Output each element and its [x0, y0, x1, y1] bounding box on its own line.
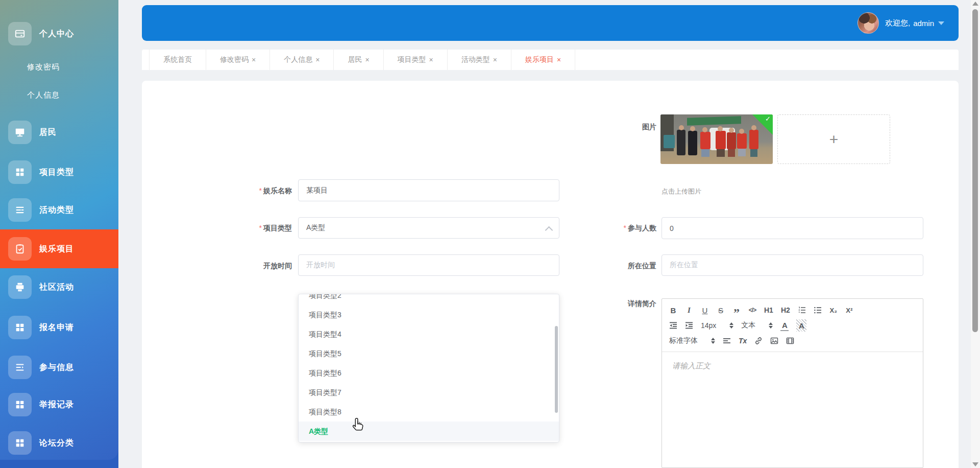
ordered-list-button[interactable] — [798, 304, 806, 316]
tab-project-type[interactable]: 项目类型× — [384, 50, 448, 70]
scroll-up-arrow-icon[interactable] — [972, 2, 978, 6]
sidebar-item-participation-info[interactable]: 参与信息 — [0, 356, 118, 379]
participants-input[interactable]: 0 — [662, 217, 923, 239]
strikethrough-button[interactable]: S — [717, 304, 725, 316]
photo-awning — [687, 116, 741, 126]
open-time-placeholder: 开放时间 — [306, 261, 335, 270]
underline-button[interactable]: U — [701, 304, 709, 316]
indent-button[interactable] — [685, 319, 693, 332]
align-button[interactable] — [723, 335, 731, 347]
text-style-select[interactable]: 文本 — [741, 321, 773, 330]
image-label: 图片 — [590, 123, 656, 132]
font-size-select[interactable]: 14px — [701, 321, 733, 330]
code-button[interactable]: </> — [748, 304, 756, 316]
subscript-button[interactable]: X₂ — [829, 304, 838, 316]
bold-button[interactable]: B — [669, 304, 677, 316]
sidebar-item-report-record[interactable]: 举报记录 — [0, 393, 118, 416]
chevron-up-icon — [545, 226, 553, 235]
user-area[interactable]: 欢迎您, admin — [857, 5, 944, 41]
tab-close-icon[interactable]: × — [315, 56, 320, 64]
sidebar-item-label: 居民 — [39, 127, 57, 138]
tab-resident[interactable]: 居民× — [334, 50, 383, 70]
uploaded-photo[interactable]: ✓ — [660, 114, 773, 164]
avatar[interactable] — [857, 12, 879, 34]
updown-arrows-icon — [729, 322, 733, 329]
grid-icon — [8, 393, 32, 416]
option-project-type-3[interactable]: 项目类型3 — [299, 305, 559, 324]
sidebar-item-registration-application[interactable]: 报名申请 — [0, 316, 118, 339]
app-window: 个人中心修改密码个人信息居民项目类型活动类型娱乐项目社区活动报名申请参与信息举报… — [0, 0, 980, 468]
tab-home[interactable]: 系统首页 — [149, 50, 206, 70]
photo-person — [688, 131, 697, 155]
h2-button[interactable]: H2 — [781, 304, 790, 316]
sidebar-item-activity-type[interactable]: 活动类型 — [0, 198, 118, 222]
tab-label: 居民 — [348, 55, 362, 64]
sidebar-item-personal-info[interactable]: 个人信息 — [0, 90, 118, 100]
outdent-button[interactable] — [669, 319, 677, 332]
toolbar-row-3: 标准字体Tx — [669, 333, 916, 348]
scroll-down-arrow-icon[interactable] — [972, 462, 978, 466]
tab-label: 活动类型 — [461, 55, 490, 64]
project-type-select[interactable]: A类型 — [298, 217, 559, 239]
option-project-type-8[interactable]: 项目类型8 — [299, 402, 559, 422]
username: admin — [913, 19, 934, 28]
sidebar-item-label: 报名申请 — [39, 322, 74, 333]
editor-placeholder: 请输入正文 — [672, 361, 710, 371]
select-label: 文本 — [741, 321, 755, 330]
font-family-select[interactable]: 标准字体 — [669, 336, 715, 345]
location-input[interactable]: 所在位置 — [662, 254, 923, 276]
option-project-type-7[interactable]: 项目类型7 — [299, 383, 559, 402]
clear-format-button[interactable]: Tx — [739, 335, 747, 347]
entertainment-name-input[interactable]: 某项目 — [298, 179, 559, 201]
highlight-button[interactable]: A — [796, 319, 806, 332]
dropdown-scrollbar[interactable] — [555, 326, 558, 413]
participants-label: *参与人数 — [590, 224, 656, 233]
sidebar-item-entertainment-project[interactable]: 娱乐项目 — [0, 229, 118, 268]
tab-close-icon[interactable]: × — [493, 56, 497, 64]
h1-button[interactable]: H1 — [764, 304, 773, 316]
photo-bin — [664, 135, 675, 148]
superscript-button[interactable]: X² — [845, 304, 853, 316]
page-scrollbar-thumb[interactable] — [972, 9, 978, 332]
upload-button[interactable]: + — [777, 114, 890, 164]
editor-content-area[interactable]: 请输入正文 — [662, 352, 923, 468]
option-a-type[interactable]: A类型 — [299, 422, 559, 441]
project-type-dropdown: 项目类型2项目类型3项目类型4项目类型5项目类型6项目类型7项目类型8A类型 — [298, 294, 559, 442]
sidebar-item-project-type[interactable]: 项目类型 — [0, 160, 118, 184]
italic-button[interactable]: I — [685, 304, 693, 316]
option-project-type-4[interactable]: 项目类型4 — [299, 324, 559, 344]
sidebar-item-resident[interactable]: 居民 — [0, 121, 118, 144]
sidebar-item-personal-center[interactable]: 个人中心 — [0, 22, 118, 45]
chevron-down-icon[interactable] — [938, 21, 944, 25]
insert-video-button[interactable] — [786, 335, 794, 347]
insert-image-button[interactable] — [770, 335, 778, 347]
blockquote-button[interactable]: ” — [732, 301, 741, 319]
toolbar-row-1: BIUS”</>H1H2X₂X² — [669, 302, 916, 318]
tab-label: 娱乐项目 — [525, 55, 554, 64]
tab-entertainment-project[interactable]: 娱乐项目× — [511, 50, 575, 70]
location-placeholder: 所在位置 — [670, 261, 698, 270]
open-time-input[interactable]: 开放时间 — [298, 254, 559, 276]
link-button[interactable] — [754, 335, 763, 347]
welcome-text: 欢迎您, admin — [885, 18, 944, 28]
tab-close-icon[interactable]: × — [365, 56, 369, 64]
project-type-value: A类型 — [306, 223, 325, 232]
tab-close-icon[interactable]: × — [429, 56, 433, 64]
option-project-type-6[interactable]: 项目类型6 — [299, 363, 559, 383]
option-project-type-5[interactable]: 项目类型5 — [299, 344, 559, 363]
option-project-type-2[interactable]: 项目类型2 — [299, 294, 559, 305]
font-color-button[interactable]: A — [780, 320, 789, 331]
sidebar-item-change-password[interactable]: 修改密码 — [0, 62, 118, 72]
tab-close-icon[interactable]: × — [252, 56, 256, 64]
sidebar-item-forum-category[interactable]: 论坛分类 — [0, 431, 118, 455]
plus-icon: + — [829, 131, 839, 148]
tab-personal-info[interactable]: 个人信息× — [270, 50, 334, 70]
tab-activity-type[interactable]: 活动类型× — [448, 50, 511, 70]
sidebar-item-community-activity[interactable]: 社区活动 — [0, 275, 118, 299]
page-scrollbar[interactable] — [971, 0, 980, 468]
bullet-list-button[interactable] — [814, 304, 822, 316]
postcard-icon — [8, 22, 32, 45]
tab-change-password[interactable]: 修改密码× — [206, 50, 270, 70]
sidebar: 个人中心修改密码个人信息居民项目类型活动类型娱乐项目社区活动报名申请参与信息举报… — [0, 0, 118, 460]
tab-close-icon[interactable]: × — [557, 56, 561, 64]
